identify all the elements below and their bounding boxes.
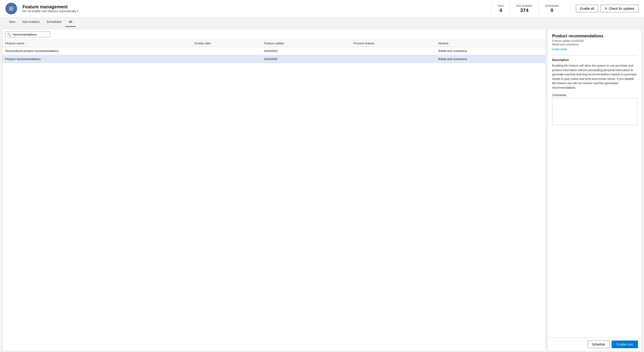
cell-preview-feature (350, 47, 436, 55)
check-for-updates-button[interactable]: ↻ Check for updates (600, 5, 638, 12)
feature-table: Feature name ↑ Enable date Feature added… (2, 40, 545, 63)
table-row[interactable]: Personalized product recommendations 4/2… (2, 47, 545, 55)
detail-footer: Schedule Enable now (548, 337, 642, 351)
detail-panel: Product recommendations Feature added 4/… (548, 29, 642, 351)
table-header-row: Feature name ↑ Enable date Feature added… (2, 40, 545, 47)
cell-feature-added: 4/24/2020 (261, 47, 351, 55)
search-input-wrap[interactable]: 🔍 (5, 32, 50, 37)
cell-module: Retail and commerce (436, 47, 545, 55)
stat-not-enabled: Not enabled 374 (510, 3, 538, 14)
app-icon (6, 3, 17, 15)
subtitle-dropdown[interactable]: Do not enable new features automatically… (22, 10, 78, 13)
detail-title: Product recommendations (552, 34, 637, 39)
search-bar: 🔍 (2, 29, 545, 40)
cell-feature-added: 4/24/2020 (261, 55, 351, 63)
refresh-icon: ↻ (605, 7, 607, 10)
page-header: Feature management Do not enable new fea… (0, 0, 644, 17)
feature-table-container[interactable]: Feature name ↑ Enable date Feature added… (2, 40, 545, 351)
cell-feature-name: Product recommendations (2, 55, 192, 63)
page-title: Feature management (22, 4, 78, 10)
comments-textarea[interactable] (552, 98, 637, 125)
title-block: Feature management Do not enable new fea… (22, 4, 78, 13)
chevron-down-icon: ▾ (77, 10, 78, 13)
sort-asc-icon: ↑ (26, 42, 27, 45)
col-module[interactable]: Module (436, 40, 545, 47)
cell-module: Retail and commerce (436, 55, 545, 63)
cell-enable-date (192, 55, 261, 63)
schedule-button[interactable]: Schedule (588, 340, 609, 348)
comments-label: Comments (552, 93, 637, 97)
stats-block: New 4 Not enabled 374 Scheduled 0 (491, 3, 565, 14)
col-enable-date[interactable]: Enable date (192, 40, 261, 47)
enable-now-button[interactable]: Enable now (612, 340, 638, 348)
detail-feature-added: Feature added 4/24/2020 (552, 39, 637, 43)
stat-new: New 4 (491, 3, 510, 14)
enable-all-button[interactable]: Enable all (576, 5, 598, 12)
description-label: Description (552, 58, 637, 62)
tab-new[interactable]: New (6, 17, 19, 27)
search-icon: 🔍 (7, 33, 11, 36)
description-text: Enabling this feature will allow the sys… (552, 64, 637, 90)
stat-scheduled: Scheduled 0 (538, 3, 565, 14)
cell-feature-name: Personalized product recommendations (2, 47, 192, 55)
tab-scheduled[interactable]: Scheduled (43, 17, 65, 27)
col-preview-feature[interactable]: Preview feature (350, 40, 436, 47)
cell-enable-date (192, 47, 261, 55)
tab-all[interactable]: All (65, 17, 76, 27)
detail-content: Product recommendations Feature added 4/… (548, 29, 642, 337)
divider (552, 55, 637, 56)
col-feature-name[interactable]: Feature name ↑ (2, 40, 192, 47)
tab-not-enabled[interactable]: Not enabled (19, 17, 43, 27)
table-row[interactable]: Product recommendations 4/24/2020 Retail… (2, 55, 545, 63)
tab-bar: New Not enabled Scheduled All (0, 17, 644, 27)
search-input[interactable] (12, 33, 48, 36)
sort-desc-icon: ↓ (285, 42, 286, 45)
learn-more-link[interactable]: Learn more (552, 48, 567, 51)
header-buttons: Enable all ↻ Check for updates (576, 5, 638, 12)
main-content: 🔍 Feature name ↑ Enable date (0, 27, 644, 352)
col-feature-added[interactable]: Feature added ↓ (261, 40, 351, 47)
list-panel: 🔍 Feature name ↑ Enable date (2, 29, 546, 351)
cell-preview-feature (350, 55, 436, 63)
detail-module: Retail and commerce (552, 43, 637, 46)
